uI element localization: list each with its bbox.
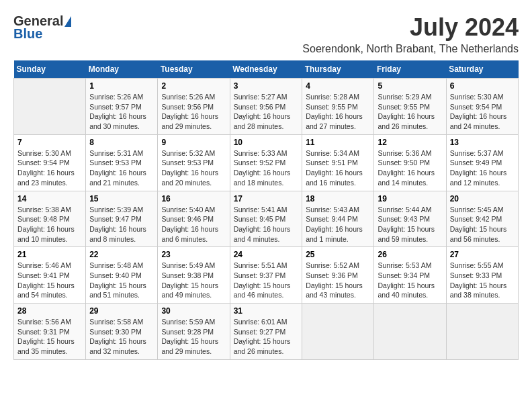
header-row: SundayMondayTuesdayWednesdayThursdayFrid… xyxy=(14,60,519,79)
day-number: 14 xyxy=(17,194,82,203)
day-info: Sunrise: 5:27 AMSunset: 9:56 PMDaylight:… xyxy=(234,92,299,132)
day-number: 26 xyxy=(378,250,442,259)
day-info: Sunrise: 5:48 AMSunset: 9:40 PMDaylight:… xyxy=(89,261,154,300)
calendar-cell xyxy=(446,304,518,360)
day-header-wednesday: Wednesday xyxy=(230,60,302,79)
day-info: Sunrise: 5:53 AMSunset: 9:34 PMDaylight:… xyxy=(378,261,442,300)
day-info: Sunrise: 5:39 AMSunset: 9:47 PMDaylight:… xyxy=(89,205,154,244)
day-info: Sunrise: 5:56 AMSunset: 9:31 PMDaylight:… xyxy=(17,317,82,357)
day-info: Sunrise: 5:40 AMSunset: 9:46 PMDaylight:… xyxy=(161,205,226,244)
day-number: 18 xyxy=(306,194,370,203)
day-number: 25 xyxy=(306,250,370,259)
calendar-cell: 22Sunrise: 5:48 AMSunset: 9:40 PMDayligh… xyxy=(86,247,158,304)
day-number: 19 xyxy=(378,194,442,203)
day-info: Sunrise: 5:58 AMSunset: 9:30 PMDaylight:… xyxy=(89,317,154,357)
day-number: 11 xyxy=(306,138,370,147)
calendar-cell: 28Sunrise: 5:56 AMSunset: 9:31 PMDayligh… xyxy=(14,304,86,360)
calendar-cell: 1Sunrise: 5:26 AMSunset: 9:57 PMDaylight… xyxy=(86,79,158,135)
calendar-cell: 15Sunrise: 5:39 AMSunset: 9:47 PMDayligh… xyxy=(86,191,158,247)
day-info: Sunrise: 5:45 AMSunset: 9:42 PMDaylight:… xyxy=(450,205,515,244)
day-number: 20 xyxy=(450,194,515,203)
day-header-sunday: Sunday xyxy=(14,60,86,79)
day-number: 24 xyxy=(234,250,299,259)
calendar-cell: 29Sunrise: 5:58 AMSunset: 9:30 PMDayligh… xyxy=(86,304,158,360)
calendar-cell: 30Sunrise: 5:59 AMSunset: 9:28 PMDayligh… xyxy=(158,304,230,360)
day-info: Sunrise: 5:30 AMSunset: 9:54 PMDaylight:… xyxy=(450,92,515,132)
week-row-1: 1Sunrise: 5:26 AMSunset: 9:57 PMDaylight… xyxy=(14,79,519,135)
calendar-cell: 4Sunrise: 5:28 AMSunset: 9:55 PMDaylight… xyxy=(302,79,374,135)
calendar-cell xyxy=(374,304,446,360)
calendar-cell: 18Sunrise: 5:43 AMSunset: 9:44 PMDayligh… xyxy=(302,191,374,247)
week-row-3: 14Sunrise: 5:38 AMSunset: 9:48 PMDayligh… xyxy=(14,191,519,247)
day-number: 2 xyxy=(161,81,226,91)
day-info: Sunrise: 5:51 AMSunset: 9:37 PMDaylight:… xyxy=(234,261,299,300)
day-info: Sunrise: 5:30 AMSunset: 9:54 PMDaylight:… xyxy=(17,148,82,188)
day-info: Sunrise: 6:01 AMSunset: 9:27 PMDaylight:… xyxy=(234,317,299,357)
day-number: 1 xyxy=(89,81,154,91)
day-number: 16 xyxy=(161,194,226,203)
day-info: Sunrise: 5:55 AMSunset: 9:33 PMDaylight:… xyxy=(450,261,515,300)
day-header-monday: Monday xyxy=(86,60,158,79)
day-header-tuesday: Tuesday xyxy=(158,60,230,79)
day-info: Sunrise: 5:41 AMSunset: 9:45 PMDaylight:… xyxy=(234,205,299,244)
day-number: 30 xyxy=(161,306,226,316)
day-info: Sunrise: 5:46 AMSunset: 9:41 PMDaylight:… xyxy=(17,261,82,300)
calendar-cell: 9Sunrise: 5:32 AMSunset: 9:53 PMDaylight… xyxy=(158,134,230,191)
day-info: Sunrise: 5:43 AMSunset: 9:44 PMDaylight:… xyxy=(306,205,370,244)
calendar-cell: 2Sunrise: 5:26 AMSunset: 9:56 PMDaylight… xyxy=(158,79,230,135)
calendar-cell: 11Sunrise: 5:34 AMSunset: 9:51 PMDayligh… xyxy=(302,134,374,191)
subtitle: Soerendonk, North Brabant, The Netherlan… xyxy=(302,43,519,55)
day-number: 8 xyxy=(89,138,154,147)
calendar-cell: 14Sunrise: 5:38 AMSunset: 9:48 PMDayligh… xyxy=(14,191,86,247)
calendar-cell: 20Sunrise: 5:45 AMSunset: 9:42 PMDayligh… xyxy=(446,191,518,247)
calendar-cell: 3Sunrise: 5:27 AMSunset: 9:56 PMDaylight… xyxy=(230,79,302,135)
day-info: Sunrise: 5:28 AMSunset: 9:55 PMDaylight:… xyxy=(306,92,370,132)
calendar-cell: 25Sunrise: 5:52 AMSunset: 9:36 PMDayligh… xyxy=(302,247,374,304)
calendar-cell: 13Sunrise: 5:37 AMSunset: 9:49 PMDayligh… xyxy=(446,134,518,191)
calendar-table: SundayMondayTuesdayWednesdayThursdayFrid… xyxy=(13,60,519,360)
day-number: 10 xyxy=(234,138,299,147)
page-header: General Blue July 2024 Soerendonk, North… xyxy=(13,13,519,55)
day-number: 9 xyxy=(161,138,226,147)
calendar-cell xyxy=(302,304,374,360)
day-number: 15 xyxy=(89,194,154,203)
calendar-cell: 17Sunrise: 5:41 AMSunset: 9:45 PMDayligh… xyxy=(230,191,302,247)
week-row-5: 28Sunrise: 5:56 AMSunset: 9:31 PMDayligh… xyxy=(14,304,519,360)
day-info: Sunrise: 5:26 AMSunset: 9:56 PMDaylight:… xyxy=(161,92,226,132)
day-number: 21 xyxy=(17,250,82,259)
day-info: Sunrise: 5:32 AMSunset: 9:53 PMDaylight:… xyxy=(161,148,226,188)
calendar-cell: 5Sunrise: 5:29 AMSunset: 9:55 PMDaylight… xyxy=(374,79,446,135)
day-header-saturday: Saturday xyxy=(446,60,518,79)
day-info: Sunrise: 5:52 AMSunset: 9:36 PMDaylight:… xyxy=(306,261,370,300)
day-info: Sunrise: 5:29 AMSunset: 9:55 PMDaylight:… xyxy=(378,92,442,132)
calendar-cell: 6Sunrise: 5:30 AMSunset: 9:54 PMDaylight… xyxy=(446,79,518,135)
calendar-cell: 23Sunrise: 5:49 AMSunset: 9:38 PMDayligh… xyxy=(158,247,230,304)
calendar-cell: 8Sunrise: 5:31 AMSunset: 9:53 PMDaylight… xyxy=(86,134,158,191)
day-number: 12 xyxy=(378,138,442,147)
day-info: Sunrise: 5:38 AMSunset: 9:48 PMDaylight:… xyxy=(17,205,82,244)
calendar-cell: 26Sunrise: 5:53 AMSunset: 9:34 PMDayligh… xyxy=(374,247,446,304)
day-number: 17 xyxy=(234,194,299,203)
calendar-cell: 27Sunrise: 5:55 AMSunset: 9:33 PMDayligh… xyxy=(446,247,518,304)
day-number: 28 xyxy=(17,306,82,316)
day-info: Sunrise: 5:37 AMSunset: 9:49 PMDaylight:… xyxy=(450,148,515,188)
day-number: 5 xyxy=(378,81,442,91)
day-info: Sunrise: 5:34 AMSunset: 9:51 PMDaylight:… xyxy=(306,148,370,188)
day-header-friday: Friday xyxy=(374,60,446,79)
calendar-cell: 10Sunrise: 5:33 AMSunset: 9:52 PMDayligh… xyxy=(230,134,302,191)
day-info: Sunrise: 5:31 AMSunset: 9:53 PMDaylight:… xyxy=(89,148,154,188)
logo-icon xyxy=(64,16,71,27)
calendar-cell: 19Sunrise: 5:44 AMSunset: 9:43 PMDayligh… xyxy=(374,191,446,247)
calendar-cell: 24Sunrise: 5:51 AMSunset: 9:37 PMDayligh… xyxy=(230,247,302,304)
day-info: Sunrise: 5:36 AMSunset: 9:50 PMDaylight:… xyxy=(378,148,442,188)
calendar-cell: 31Sunrise: 6:01 AMSunset: 9:27 PMDayligh… xyxy=(230,304,302,360)
day-number: 27 xyxy=(450,250,515,259)
week-row-4: 21Sunrise: 5:46 AMSunset: 9:41 PMDayligh… xyxy=(14,247,519,304)
day-info: Sunrise: 5:49 AMSunset: 9:38 PMDaylight:… xyxy=(161,261,226,300)
logo: General Blue xyxy=(13,13,71,42)
week-row-2: 7Sunrise: 5:30 AMSunset: 9:54 PMDaylight… xyxy=(14,134,519,191)
logo-blue: Blue xyxy=(13,26,42,42)
day-info: Sunrise: 5:44 AMSunset: 9:43 PMDaylight:… xyxy=(378,205,442,244)
day-number: 23 xyxy=(161,250,226,259)
calendar-cell: 7Sunrise: 5:30 AMSunset: 9:54 PMDaylight… xyxy=(14,134,86,191)
